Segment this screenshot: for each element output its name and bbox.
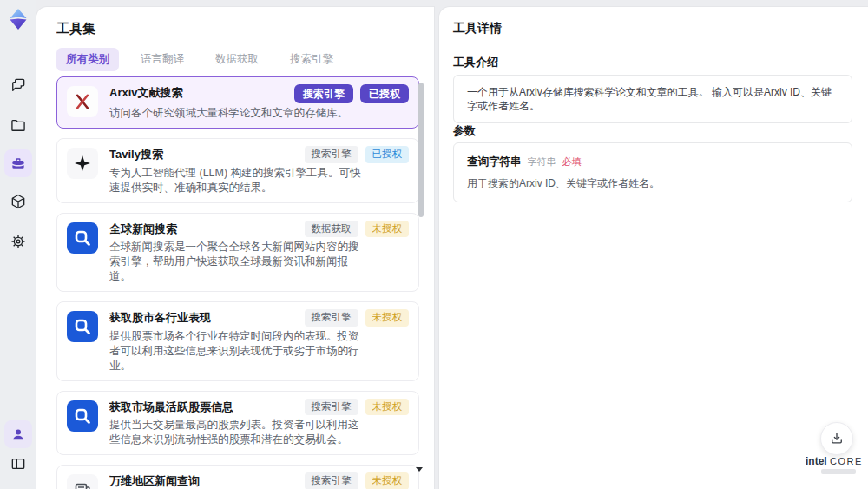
category-tab[interactable]: 所有类别	[56, 48, 119, 71]
param-required-badge: 必填	[562, 155, 582, 169]
tool-icon	[67, 400, 98, 432]
tool-category-tag: 搜索引擎	[305, 309, 358, 327]
toolset-panel: 工具集 所有类别语言翻译数据获取搜索引擎 Arxiv文献搜索 搜索引擎 已授权 …	[36, 7, 434, 489]
tool-category-tag: 搜索引擎	[305, 472, 358, 489]
tool-name: 获取股市各行业表现	[109, 309, 211, 325]
user-icon[interactable]	[4, 420, 32, 448]
tool-name: 万维地区新闻查询	[109, 472, 200, 488]
tool-icon	[67, 311, 98, 342]
tool-card[interactable]: 万维地区新闻查询 搜索引擎 未授权 查询具体行政区划内的新闻，快速了解各地新闻动…	[56, 465, 419, 489]
tool-name: Arxiv文献搜索	[109, 84, 183, 100]
icon-rail	[0, 0, 36, 489]
tool-auth-tag: 未授权	[365, 472, 410, 489]
app-root: { "colors": { "accent_purple": "#5846c6"…	[0, 0, 868, 489]
tool-description: 提供股票市场各个行业在特定时间段内的表现。投资者可以利用这些信息来识别表现优于或…	[109, 329, 363, 373]
download-button[interactable]	[820, 422, 853, 455]
category-tab[interactable]: 语言翻译	[131, 48, 194, 71]
tool-description: 专为人工智能代理 (LLM) 构建的搜索引擎工具。可快速提供实时、准确和真实的结…	[109, 166, 363, 195]
tool-auth-tag: 未授权	[365, 221, 410, 238]
download-icon	[829, 431, 845, 446]
page-title: 工具集	[56, 21, 95, 37]
tool-icon	[67, 148, 98, 179]
tool-list: Arxiv文献搜索 搜索引擎 已授权 访问各个研究领域大量科学论文和文章的存储库…	[56, 76, 419, 489]
toolbox-icon[interactable]	[4, 149, 32, 177]
tool-card[interactable]: 获取股市各行业表现 搜索引擎 未授权 提供股票市场各个行业在特定时间段内的表现。…	[56, 301, 419, 381]
param-name: 查询字符串	[467, 155, 522, 169]
tool-details-panel: 工具详情 工具介绍 一个用于从Arxiv存储库搜索科学论文和文章的工具。 输入可…	[439, 7, 868, 489]
tool-category-tag: 搜索引擎	[294, 84, 353, 103]
intel-wordmark: intel	[806, 455, 827, 467]
scrollbar-thumb[interactable]	[418, 83, 424, 217]
tool-auth-tag: 已授权	[360, 84, 409, 103]
tool-card[interactable]: 获取市场最活跃股票信息 搜索引擎 未授权 提供当天交易量最高的股票列表。投资者可…	[56, 391, 419, 456]
tool-name: Tavily搜索	[109, 146, 163, 162]
category-tabs: 所有类别语言翻译数据获取搜索引擎	[56, 48, 343, 71]
tool-auth-tag: 已授权	[365, 146, 410, 163]
intro-heading: 工具介绍	[453, 55, 498, 70]
details-title: 工具详情	[453, 21, 502, 36]
tool-icon	[67, 222, 98, 254]
package-icon[interactable]	[4, 188, 32, 215]
tool-category-tag: 数据获取	[305, 221, 358, 238]
settings-icon[interactable]	[4, 228, 32, 255]
tool-name: 全球新闻搜索	[109, 221, 177, 236]
params-heading: 参数	[453, 123, 476, 139]
tool-category-tag: 搜索引擎	[305, 399, 358, 416]
category-tab[interactable]: 搜索引擎	[280, 48, 343, 71]
tool-description: 提供当天交易量最高的股票列表。投资者可以利用这些信息来识别流动性强的股票和潜在的…	[109, 418, 363, 447]
tool-category-tag: 搜索引擎	[305, 146, 358, 163]
folder-icon[interactable]	[4, 111, 32, 139]
tool-icon	[67, 474, 98, 489]
tool-auth-tag: 未授权	[365, 309, 410, 327]
tool-card[interactable]: Tavily搜索 搜索引擎 已授权 专为人工智能代理 (LLM) 构建的搜索引擎…	[56, 138, 419, 203]
tool-name: 获取市场最活跃股票信息	[109, 399, 233, 414]
param-box: 查询字符串 字符串 必填 用于搜索的Arxiv ID、关键字或作者姓名。	[453, 142, 852, 202]
category-tab[interactable]: 数据获取	[206, 48, 268, 71]
intro-box: 一个用于从Arxiv存储库搜索科学论文和文章的工具。 输入可以是Arxiv ID…	[453, 75, 852, 123]
panel-icon[interactable]	[4, 450, 32, 478]
tool-card[interactable]: Arxiv文献搜索 搜索引擎 已授权 访问各个研究领域大量科学论文和文章的存储库…	[56, 76, 419, 129]
intel-logo-subtext	[821, 469, 856, 474]
app-logo	[6, 7, 30, 31]
param-description: 用于搜索的Arxiv ID、关键字或作者姓名。	[467, 176, 838, 190]
tool-card[interactable]: 全球新闻搜索 数据获取 未授权 全球新闻搜索是一个聚合全球各大新闻网站内容的搜索…	[56, 213, 419, 293]
tool-description: 访问各个研究领域大量科学论文和文章的存储库。	[109, 106, 363, 121]
tool-auth-tag: 未授权	[365, 399, 410, 416]
param-type: 字符串	[528, 155, 556, 169]
intel-core-logo: intel CORE	[806, 455, 861, 474]
list-scrollbar[interactable]	[418, 76, 424, 480]
scroll-down-icon[interactable]	[416, 467, 423, 472]
chat-icon[interactable]	[4, 71, 32, 99]
core-wordmark: CORE	[830, 456, 863, 466]
tool-icon	[67, 86, 98, 117]
tool-description: 全球新闻搜索是一个聚合全球各大新闻网站内容的搜索引擎，帮助用户快速获取全球最新资…	[109, 240, 363, 284]
